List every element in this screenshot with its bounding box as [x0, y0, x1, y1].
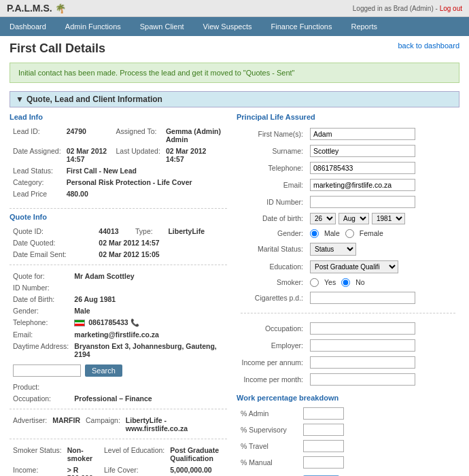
lead-info-section: Lead Info Lead ID: 24790 Assigned To: Ge…: [10, 113, 227, 200]
employer-label: Employer:: [238, 337, 306, 353]
income-pa-label: Income per annum:: [238, 354, 306, 370]
admin-input[interactable]: [303, 407, 344, 420]
main-content: ▼ Quote, Lead and Client Information Lea…: [0, 87, 469, 476]
work-breakdown-title: Work percentage breakdown: [237, 394, 459, 402]
telephone-input[interactable]: [310, 162, 415, 174]
level-education-label: Level of Education:: [102, 445, 167, 463]
supervisory-input[interactable]: [303, 424, 344, 436]
dob-month-select[interactable]: Aug JanFebMar AprMayJun JulSepOct NovDec: [338, 213, 369, 224]
manual-input[interactable]: [303, 456, 344, 469]
nav-admin-functions[interactable]: Admin Functions: [56, 17, 131, 36]
smoker-yes-radio[interactable]: [310, 278, 319, 287]
email-form-label: Email:: [238, 177, 306, 192]
income-pm-label: Income per month:: [238, 371, 306, 387]
smoker-radio-group: Yes No: [310, 278, 455, 287]
quote-dob-label: Date of Birth:: [11, 294, 71, 304]
email-input[interactable]: [310, 179, 415, 191]
nav-spawn-client[interactable]: Spawn Client: [131, 17, 194, 36]
smoker-status-value: Non-smoker: [65, 445, 101, 463]
quote-info-title: Quote Info: [10, 213, 227, 221]
admin-label: % Admin: [238, 406, 299, 421]
nav-finance-functions[interactable]: Finance Functions: [262, 17, 342, 36]
education-select[interactable]: Post Graduate Qualifi Graduate Diploma M…: [310, 260, 398, 273]
palm-tree-icon: 🌴: [55, 3, 66, 14]
address-search-input[interactable]: [13, 364, 81, 377]
life-cover-label: Life Cover:: [102, 464, 167, 476]
id-number-input[interactable]: [310, 196, 415, 208]
quote-details-grid: Quote for: Mr Adam Scottley ID Number: D…: [10, 269, 227, 405]
collapse-icon[interactable]: ▼: [16, 95, 24, 104]
occupation-input[interactable]: [310, 322, 415, 335]
quote-id-label: Quote ID:: [11, 226, 95, 236]
alert-box: Initial contact has been made. Process t…: [10, 63, 459, 83]
lead-id-value: 24790: [65, 126, 113, 144]
nav-view-suspects[interactable]: View Suspects: [194, 17, 262, 36]
assigned-to-value: Gemma (Admin) Admin: [164, 126, 226, 144]
employer-input[interactable]: [310, 339, 415, 352]
logged-in-text: Logged in as Brad (Admin) -: [353, 5, 438, 12]
principal-form: First Name(s): Surname: Telephone: Email…: [237, 124, 459, 388]
product-value: [72, 381, 226, 392]
supervisory-label: % Supervisory: [238, 422, 299, 437]
back-to-dashboard-link[interactable]: back to dashboard: [398, 41, 459, 50]
date-assigned-value: 02 Mar 2012 14:57: [65, 146, 113, 164]
dob-row: 26 Aug JanFebMar AprMayJun JulSepOct Nov…: [310, 213, 455, 224]
smoker-no-radio[interactable]: [341, 278, 350, 287]
flag-icon: [74, 320, 85, 326]
income-value: > R 500,000 p.a.: [65, 464, 101, 476]
quote-info-section: Quote Info Quote ID: 44013 Type: Liberty…: [10, 213, 227, 476]
work-breakdown-form: % Admin % Supervisory % Travel % Manual: [237, 405, 348, 476]
left-column: Lead Info Lead ID: 24790 Assigned To: Ge…: [10, 113, 227, 476]
surname-input[interactable]: [310, 145, 415, 157]
work-breakdown-section: Work percentage breakdown % Admin % Supe…: [237, 394, 459, 476]
gender-radio-group: Male Female: [310, 229, 455, 238]
date-quoted-label: Date Quoted:: [11, 237, 95, 248]
quote-dob-value: 26 Aug 1981: [72, 294, 226, 304]
daytime-address-label: Daytime Address:: [11, 341, 71, 359]
lead-info-grid: Lead ID: 24790 Assigned To: Gemma (Admin…: [10, 124, 227, 200]
quote-info-grid: Quote ID: 44013 Type: LibertyLife Date Q…: [10, 224, 227, 260]
cigarettes-label: Cigarettes p.d.:: [238, 290, 306, 305]
gender-male-radio[interactable]: [310, 229, 319, 238]
travel-input[interactable]: [303, 440, 344, 452]
phone-icon: 📞: [131, 318, 139, 326]
address-search-row: Search: [13, 364, 224, 377]
lead-price-value: 480.00: [65, 188, 226, 199]
income-pm-input[interactable]: [310, 373, 415, 386]
dob-form-label: Date of birth:: [238, 211, 306, 226]
marital-status-select[interactable]: Status Single Married Divorced Widowed: [310, 243, 356, 256]
right-column: Principal Life Assured First Name(s): Su…: [237, 113, 459, 476]
smoker-grid: Smoker Status: Non-smoker Level of Educa…: [10, 443, 227, 476]
quote-for-value: Mr Adam Scottley: [72, 271, 226, 281]
campaign-label: Campaign:: [84, 415, 122, 433]
logout-link[interactable]: Log out: [440, 5, 462, 12]
logo-text: P.A.L.M.S.: [7, 3, 52, 14]
page-title: First Call Details: [10, 41, 105, 56]
nav-reports[interactable]: Reports: [341, 17, 387, 36]
top-bar: P.A.L.M.S. 🌴 Logged in as Brad (Admin) -…: [0, 0, 469, 17]
quote-id-number-value: [72, 282, 226, 292]
dob-day-select[interactable]: 26: [310, 213, 336, 224]
dob-year-select[interactable]: 1981 197519761977 197819791980 198219831…: [372, 213, 405, 224]
type-value: LibertyLife: [166, 226, 226, 236]
lead-info-title: Lead Info: [10, 113, 227, 121]
quote-email-label: Email:: [11, 329, 71, 339]
cigarettes-input[interactable]: [310, 292, 415, 304]
section-title: Quote, Lead and Client Information: [27, 95, 162, 104]
page-header: First Call Details back to dashboard: [0, 36, 469, 58]
gender-form-label: Gender:: [238, 227, 306, 239]
quote-gender-label: Gender:: [11, 305, 71, 316]
top-right-info: Logged in as Brad (Admin) - Log out: [353, 5, 462, 12]
telephone-form-label: Telephone:: [238, 160, 306, 175]
manual-label: % Manual: [238, 455, 299, 470]
product-label: Product:: [11, 381, 71, 392]
marital-status-label: Marital Status:: [238, 241, 306, 257]
life-cover-value: 5,000,000.00: [168, 464, 226, 476]
lead-status-label: Lead Status:: [11, 165, 63, 175]
gender-female-radio[interactable]: [345, 229, 354, 238]
first-name-input[interactable]: [310, 128, 415, 140]
advertiser-value: MARFIR: [50, 415, 82, 433]
income-pa-input[interactable]: [310, 356, 415, 369]
nav-dashboard[interactable]: Dashboard: [0, 17, 56, 36]
search-button[interactable]: Search: [85, 364, 122, 377]
